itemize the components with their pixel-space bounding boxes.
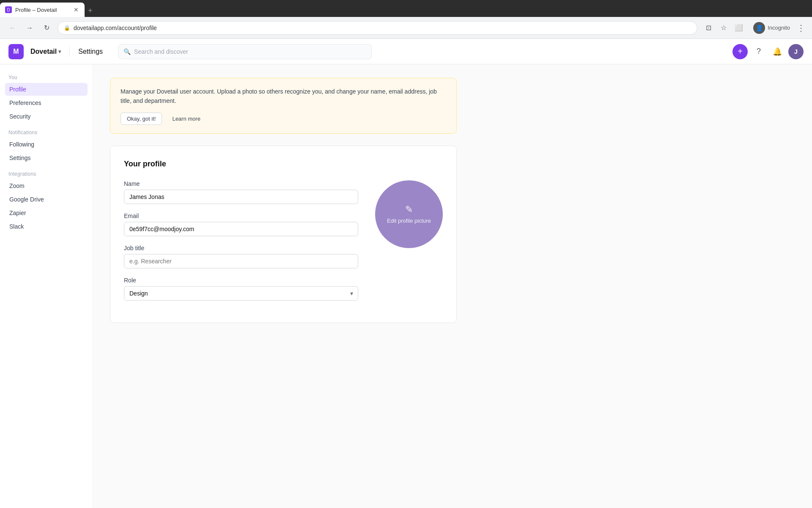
sidebar-item-slack[interactable]: Slack — [5, 220, 88, 233]
sidebar: You Profile Preferences Security Notific… — [0, 64, 93, 508]
address-text: dovetailapp.com/account/profile — [74, 25, 157, 31]
role-select-wrapper: Design Engineering Product Research Mark… — [124, 286, 358, 301]
incognito-icon: 👤 — [753, 22, 765, 34]
browser-toolbar: ← → ↻ 🔒 dovetailapp.com/account/profile … — [0, 17, 812, 39]
workspace-name-button[interactable]: Dovetail ▾ — [30, 48, 61, 55]
search-icon: 🔍 — [123, 48, 131, 55]
tab-title: Profile – Dovetail — [15, 7, 69, 13]
role-field-group: Role Design Engineering Product Research… — [124, 277, 358, 301]
email-label: Email — [124, 213, 358, 219]
sidebar-profile-label: Profile — [9, 86, 26, 93]
sidebar-item-zoom[interactable]: Zoom — [5, 179, 88, 192]
sidebar-following-label: Following — [9, 141, 34, 148]
main-content: Manage your Dovetail user account. Uploa… — [93, 64, 812, 508]
profile-form-area: Name Email Job title — [124, 180, 443, 309]
sidebar-slack-label: Slack — [9, 223, 24, 230]
tab-favicon: D — [5, 6, 12, 13]
role-label: Role — [124, 277, 358, 284]
sidebar-preferences-label: Preferences — [9, 99, 41, 106]
email-input[interactable] — [124, 222, 358, 236]
add-button[interactable]: + — [732, 44, 748, 59]
workspace-icon: M — [8, 44, 24, 59]
header-search: 🔍 Search and discover — [118, 44, 717, 59]
sidebar-section-integrations: Integrations — [5, 171, 88, 177]
name-input[interactable] — [124, 190, 358, 204]
address-bar[interactable]: 🔒 dovetailapp.com/account/profile — [58, 21, 697, 35]
banner-actions: Okay, got it! Learn more — [121, 113, 446, 125]
role-select[interactable]: Design Engineering Product Research Mark… — [124, 286, 358, 301]
avatar-edit-label: Edit profile picture — [387, 218, 431, 224]
settings-label: Settings — [78, 48, 103, 55]
job-title-input[interactable] — [124, 254, 358, 268]
sidebar-item-notif-settings[interactable]: Settings — [5, 152, 88, 164]
edit-profile-picture-button[interactable]: ✎ Edit profile picture — [375, 180, 443, 248]
profile-window-icon[interactable]: ⬜ — [733, 22, 745, 34]
sidebar-item-zapier[interactable]: Zapier — [5, 207, 88, 219]
lock-icon: 🔒 — [64, 25, 70, 31]
header-divider — [69, 47, 70, 57]
app-body: You Profile Preferences Security Notific… — [0, 64, 812, 508]
sidebar-item-security[interactable]: Security — [5, 110, 88, 123]
pencil-icon: ✎ — [405, 204, 413, 215]
email-field-group: Email — [124, 213, 358, 236]
help-button[interactable]: ? — [751, 44, 766, 59]
job-title-field-group: Job title — [124, 245, 358, 268]
avatar-upload-area: ✎ Edit profile picture — [375, 180, 443, 248]
header-actions: + ? 🔔 J — [732, 44, 804, 59]
search-placeholder: Search and discover — [134, 48, 188, 55]
sidebar-google-drive-label: Google Drive — [9, 196, 44, 203]
browser-menu-button[interactable]: ⋮ — [797, 23, 805, 33]
incognito-label: Incognito — [768, 25, 790, 31]
sidebar-zapier-label: Zapier — [9, 210, 26, 216]
new-tab-button[interactable]: + — [88, 6, 93, 15]
sidebar-item-following[interactable]: Following — [5, 138, 88, 151]
browser-actions: ⊡ ☆ ⬜ — [702, 22, 745, 34]
name-field-group: Name — [124, 180, 358, 204]
learn-more-button[interactable]: Learn more — [166, 113, 206, 125]
sidebar-item-profile[interactable]: Profile — [5, 83, 88, 96]
user-avatar-button[interactable]: J — [788, 44, 804, 59]
sidebar-section-notifications: Notifications — [5, 130, 88, 135]
okay-got-it-button[interactable]: Okay, got it! — [121, 113, 162, 125]
info-banner: Manage your Dovetail user account. Uploa… — [110, 78, 457, 134]
active-tab[interactable]: D Profile – Dovetail ✕ — [0, 3, 85, 17]
sidebar-item-google-drive[interactable]: Google Drive — [5, 193, 88, 206]
incognito-area: 👤 Incognito — [753, 22, 790, 34]
sidebar-zoom-label: Zoom — [9, 182, 25, 189]
forward-button[interactable]: → — [24, 22, 36, 34]
notifications-button[interactable]: 🔔 — [770, 44, 785, 59]
tab-close-button[interactable]: ✕ — [73, 6, 80, 13]
profile-form: Name Email Job title — [124, 180, 358, 309]
app-header: M Dovetail ▾ Settings 🔍 Search and disco… — [0, 39, 812, 64]
back-button[interactable]: ← — [7, 22, 19, 34]
sidebar-security-label: Security — [9, 113, 31, 120]
reload-button[interactable]: ↻ — [41, 22, 52, 34]
banner-text: Manage your Dovetail user account. Uploa… — [121, 87, 446, 106]
profile-card: Your profile Name Email — [110, 146, 457, 323]
workspace-chevron-icon: ▾ — [58, 49, 61, 55]
sidebar-section-you: You — [5, 75, 88, 80]
cast-icon[interactable]: ⊡ — [702, 22, 714, 34]
profile-card-title: Your profile — [124, 160, 443, 168]
browser-tab-bar: D Profile – Dovetail ✕ + — [0, 0, 812, 17]
sidebar-settings-label: Settings — [9, 155, 31, 161]
job-title-label: Job title — [124, 245, 358, 251]
search-box[interactable]: 🔍 Search and discover — [118, 44, 372, 59]
sidebar-item-preferences[interactable]: Preferences — [5, 97, 88, 109]
name-label: Name — [124, 180, 358, 187]
app-container: M Dovetail ▾ Settings 🔍 Search and disco… — [0, 39, 812, 508]
bookmark-icon[interactable]: ☆ — [718, 22, 730, 34]
